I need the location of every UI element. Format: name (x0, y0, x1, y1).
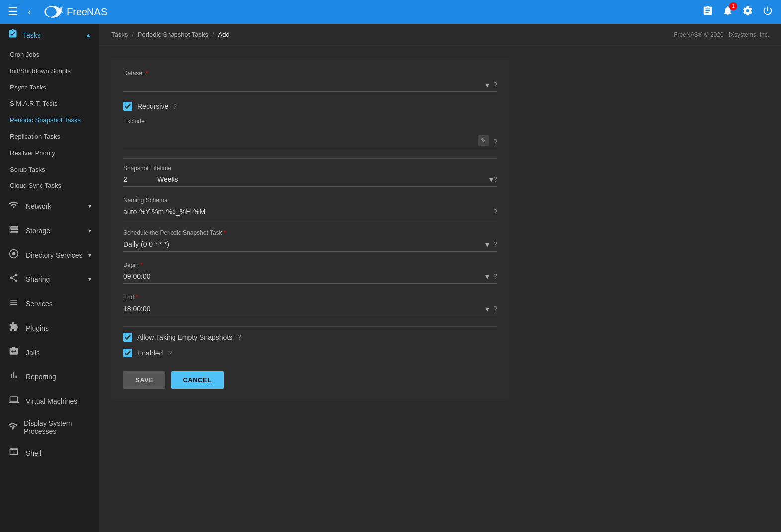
dataset-input-row: ▾ ? (123, 80, 497, 92)
schedule-input[interactable] (123, 239, 481, 249)
clipboard-icon[interactable] (702, 5, 713, 19)
tasks-collapse-arrow: ▲ (86, 32, 91, 39)
naming-schema-input[interactable] (123, 207, 489, 217)
topbar-actions: 1 (702, 5, 773, 19)
enabled-help-icon[interactable]: ? (168, 349, 172, 357)
settings-icon[interactable] (742, 5, 753, 19)
end-label: End (123, 294, 497, 301)
directory-services-label: Directory Services (26, 251, 83, 259)
sidebar-group-tasks[interactable]: Tasks ▲ (0, 24, 99, 46)
content-area: Tasks / Periodic Snapshot Tasks / Add Fr… (99, 24, 781, 532)
reporting-label: Reporting (26, 373, 56, 381)
breadcrumb-periodic-snapshot[interactable]: Periodic Snapshot Tasks (138, 31, 208, 38)
exclude-edit-button[interactable]: ✎ (478, 135, 489, 146)
directory-services-icon (8, 249, 20, 261)
recursive-label: Recursive (137, 102, 168, 110)
sidebar-item-replication-tasks[interactable]: Replication Tasks (0, 128, 99, 145)
exclude-help-icon[interactable]: ? (493, 138, 497, 146)
end-dropdown-arrow[interactable]: ▾ (485, 304, 489, 314)
services-icon (8, 297, 20, 310)
end-input[interactable] (123, 304, 481, 314)
snapshot-lifetime-input[interactable] (123, 175, 153, 184)
sidebar-item-reporting[interactable]: Reporting (0, 364, 99, 389)
enabled-label: Enabled (137, 349, 163, 357)
hamburger-menu[interactable]: ☰ (8, 5, 18, 18)
back-button[interactable]: ‹ (28, 7, 31, 17)
network-arrow: ▾ (88, 203, 91, 210)
main-layout: Tasks ▲ Cron Jobs Init/Shutdown Scripts … (0, 24, 781, 532)
dataset-label: Dataset (123, 70, 497, 77)
begin-input[interactable] (123, 271, 481, 281)
cancel-button[interactable]: CANCEL (171, 371, 223, 389)
sidebar-item-shell[interactable]: Shell (0, 441, 99, 465)
snapshot-lifetime-unit-select[interactable]: Hours Days Weeks Months Years (153, 175, 489, 184)
storage-icon (8, 224, 20, 237)
virtual-machines-icon (8, 395, 20, 407)
sidebar-item-periodic-snapshot[interactable]: Periodic Snapshot Tasks (0, 112, 99, 128)
lifetime-help-icon[interactable]: ? (493, 176, 497, 183)
display-system-processes-icon (8, 421, 18, 434)
sidebar-item-storage[interactable]: Storage ▾ (0, 218, 99, 243)
reporting-icon (8, 370, 20, 383)
allow-empty-checkbox[interactable] (123, 333, 132, 342)
field-schedule: Schedule the Periodic Snapshot Task ▾ ? (123, 229, 497, 252)
end-input-row: ▾ ? (123, 304, 497, 316)
schedule-dropdown-arrow[interactable]: ▾ (485, 240, 489, 249)
dataset-input[interactable] (123, 80, 481, 89)
sidebar-item-cron-jobs[interactable]: Cron Jobs (0, 46, 99, 63)
sidebar-item-directory-services[interactable]: Directory Services ▾ (0, 243, 99, 267)
form-divider-2 (123, 326, 497, 327)
sidebar-item-smart-tests[interactable]: S.M.A.R.T. Tests (0, 95, 99, 112)
notifications-icon[interactable]: 1 (722, 5, 733, 19)
scrub-tasks-label: Scrub Tasks (10, 166, 45, 173)
schedule-input-row: ▾ ? (123, 239, 497, 252)
smart-tests-label: S.M.A.R.T. Tests (10, 100, 58, 107)
sidebar: Tasks ▲ Cron Jobs Init/Shutdown Scripts … (0, 24, 99, 532)
sharing-arrow: ▾ (88, 276, 91, 283)
svg-point-1 (56, 9, 58, 10)
snapshot-lifetime-label: Snapshot Lifetime (123, 165, 497, 172)
begin-dropdown-arrow[interactable]: ▾ (485, 272, 489, 281)
field-end: End ▾ ? (123, 294, 497, 316)
sidebar-item-display-system-processes[interactable]: Display System Processes (0, 413, 99, 441)
exclude-area: ✎ ? (123, 128, 497, 148)
sidebar-item-resilver-priority[interactable]: Resilver Priority (0, 145, 99, 161)
sidebar-item-cloud-sync-tasks[interactable]: Cloud Sync Tasks (0, 177, 99, 194)
power-icon[interactable] (762, 5, 773, 19)
enabled-checkbox[interactable] (123, 349, 132, 357)
cron-jobs-label: Cron Jobs (10, 51, 39, 58)
plugins-label: Plugins (26, 324, 49, 332)
naming-schema-input-row: ? (123, 207, 497, 219)
sidebar-item-rsync-tasks[interactable]: Rsync Tasks (0, 79, 99, 95)
field-dataset: Dataset ▾ ? (123, 70, 497, 92)
sidebar-item-jails[interactable]: Jails (0, 340, 99, 364)
breadcrumb: Tasks / Periodic Snapshot Tasks / Add (111, 31, 230, 38)
directory-services-arrow: ▾ (88, 252, 91, 259)
recursive-checkbox[interactable] (123, 102, 132, 111)
allow-empty-help-icon[interactable]: ? (237, 333, 241, 341)
sidebar-item-scrub-tasks[interactable]: Scrub Tasks (0, 161, 99, 177)
end-help-icon[interactable]: ? (493, 305, 497, 313)
storage-label: Storage (26, 227, 50, 235)
dataset-help-icon[interactable]: ? (493, 81, 497, 89)
sidebar-item-plugins[interactable]: Plugins (0, 316, 99, 340)
sidebar-item-init-shutdown[interactable]: Init/Shutdown Scripts (0, 63, 99, 79)
sidebar-item-services[interactable]: Services (0, 291, 99, 316)
sidebar-item-sharing[interactable]: Sharing ▾ (0, 267, 99, 291)
schedule-help-icon[interactable]: ? (493, 240, 497, 248)
sidebar-item-virtual-machines[interactable]: Virtual Machines (0, 389, 99, 413)
recursive-help-icon[interactable]: ? (173, 102, 177, 110)
save-button[interactable]: SAVE (123, 371, 165, 389)
sidebar-group-tasks-label: Tasks (23, 31, 41, 39)
exclude-input[interactable] (123, 128, 474, 146)
dataset-dropdown-arrow[interactable]: ▾ (485, 80, 489, 89)
breadcrumb-tasks[interactable]: Tasks (111, 31, 128, 38)
breadcrumb-add: Add (218, 31, 230, 38)
field-naming-schema: Naming Schema ? (123, 197, 497, 219)
sharing-label: Sharing (26, 275, 50, 283)
begin-help-icon[interactable]: ? (493, 272, 497, 280)
sidebar-item-network[interactable]: Network ▾ (0, 194, 99, 218)
tasks-icon (8, 29, 18, 41)
exclude-label: Exclude (123, 118, 497, 125)
naming-schema-help-icon[interactable]: ? (493, 208, 497, 216)
